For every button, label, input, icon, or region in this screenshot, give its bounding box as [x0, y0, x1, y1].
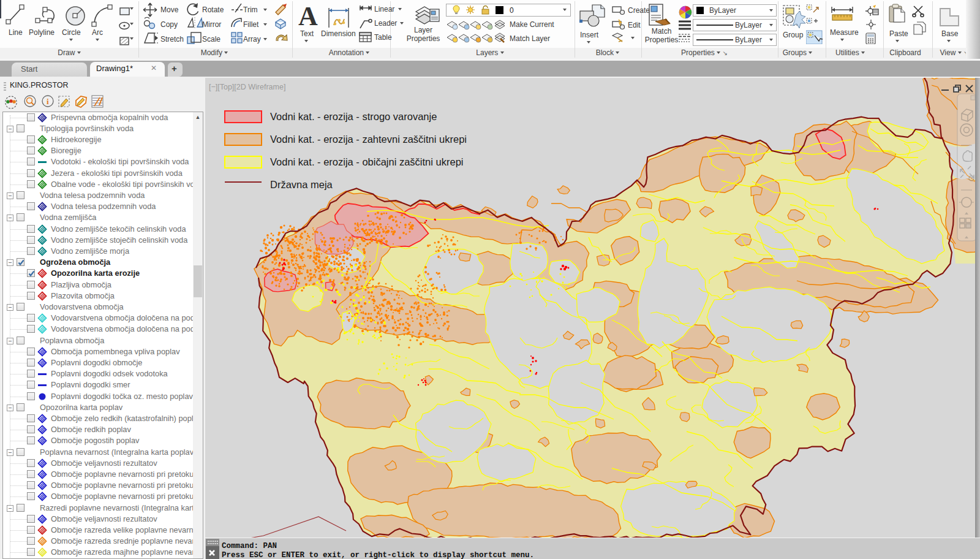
- svg-text:Vodni kat. - erozija - običajn: Vodni kat. - erozija - običajni zaščitni…: [270, 156, 463, 167]
- svg-text:Vodni kat. - erozija - strogo: Vodni kat. - erozija - strogo varovanje: [270, 111, 437, 122]
- svg-text:Državna meja: Državna meja: [270, 179, 333, 190]
- svg-text:[−][Top][2D Wireframe]: [−][Top][2D Wireframe]: [209, 83, 285, 91]
- svg-text:Vodni kat. - erozija - zahtevn: Vodni kat. - erozija - zahtevni zaščitni…: [270, 134, 467, 145]
- svg-text:A: A: [298, 3, 318, 31]
- svg-text:i: i: [47, 97, 49, 106]
- svg-text:0: 0: [510, 6, 514, 15]
